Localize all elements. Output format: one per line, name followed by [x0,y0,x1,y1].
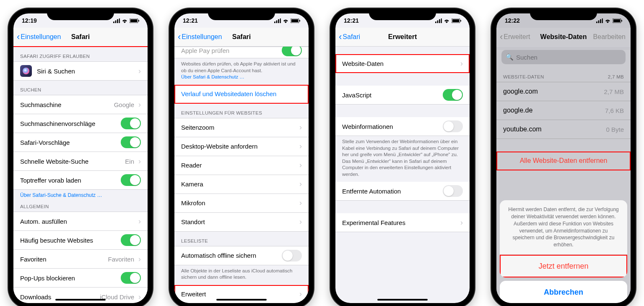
svg-rect-12 [291,19,298,22]
cancel-button[interactable]: Abbrechen [500,281,627,303]
chevron-right-icon: › [138,293,141,301]
status-time: 12:21 [344,17,365,24]
cell-favorites[interactable]: FavoritenFavoriten› [13,250,148,269]
svg-rect-26 [613,19,620,22]
cell-clear-history[interactable]: Verlauf und Websitedaten löschen [174,85,309,104]
section-header: ALLGEMEIN [13,202,148,212]
chevron-right-icon: › [299,161,302,170]
chevron-left-icon: ‹ [178,32,181,42]
nav-title: Erweitert [388,33,417,41]
remove-all-button[interactable]: Alle Website-Daten entfernen [496,152,631,170]
toggle[interactable] [282,250,302,262]
privacy-link[interactable]: Über Safari-Suche & Datenschutz … [13,190,148,202]
data-row[interactable]: google.com2,7 MB [496,82,631,101]
search-input[interactable]: 🔍Suchen [501,50,626,64]
footer-text: Websites dürfen prüfen, ob Apple Pay akt… [174,58,309,85]
back-button[interactable]: ‹Einstellungen [178,32,222,42]
status-bar: 12:21 [335,13,470,28]
phone-1: 12:19 ‹Einstellungen Safari SAFARI ZUGRI… [8,8,153,306]
cell-desktop[interactable]: Desktop-Website anfordern› [174,137,309,156]
toggle[interactable] [282,47,302,56]
chevron-left-icon: ‹ [17,32,20,42]
toggle[interactable] [443,120,463,132]
chevron-right-icon: › [460,59,463,68]
cell-zoom[interactable]: Seitenzoom› [174,118,309,137]
svg-rect-0 [113,21,114,23]
svg-rect-3 [119,18,120,23]
content: Apple Pay prüfen Websites dürfen prüfen,… [174,47,309,303]
status-indicators [110,18,139,23]
data-row[interactable]: google.de7,6 KB [496,101,631,120]
nav-bar: ‹Erweitert Website-Daten Bearbeiten [496,28,631,47]
nav-title: Website-Daten [540,33,587,41]
cell-suggestions: Suchmaschinenvorschläge [13,114,148,133]
section-header: SUCHEN [13,81,148,95]
svg-rect-5 [130,19,137,22]
svg-rect-10 [280,18,281,23]
toggle[interactable] [443,185,463,197]
cell-quick-search[interactable]: Schnelle Website-SucheEin› [13,152,148,171]
svg-rect-14 [435,21,436,23]
back-button[interactable]: ‹Erweitert [500,32,530,42]
cell-frequent: Häufig besuchte Websites [13,231,148,250]
svg-rect-17 [441,18,442,23]
cell-remote-auto: Entfernte Automation [335,182,470,201]
privacy-link[interactable]: Über Safari & Datenschutz … [181,74,244,79]
cell-downloads[interactable]: DownloadsiCloud Drive› [13,288,148,303]
phone-3: 12:21 ‹Safari Erweitert Website-Daten› J… [330,8,475,306]
toggle[interactable] [121,136,141,148]
toggle[interactable] [121,234,141,246]
toggle[interactable] [121,174,141,186]
action-sheet-message: Hiermit werden Daten entfernt, die zur V… [500,200,627,255]
cell-popup: Pop-Ups blockieren [13,269,148,288]
svg-rect-15 [437,20,439,23]
cell-camera[interactable]: Kamera› [174,175,309,194]
edit-button[interactable]: Bearbeiten [593,33,626,41]
home-indicator[interactable] [216,299,267,301]
cell-applepay: Apple Pay prüfen [174,47,309,58]
back-button[interactable]: ‹Safari [339,32,360,42]
status-indicators [593,18,622,23]
status-bar: 12:19 [13,13,148,28]
action-sheet: Hiermit werden Daten entfernt, die zur V… [500,200,627,303]
data-row[interactable]: youtube.com0 Byte [496,120,631,139]
section-header: LESELISTE [174,232,309,246]
cell-location[interactable]: Standort› [174,213,309,232]
cell-search-engine[interactable]: SuchmaschineGoogle› [13,95,148,114]
chevron-right-icon: › [299,217,302,226]
svg-rect-23 [600,19,601,23]
chevron-right-icon: › [460,218,463,227]
cell-webinfo: Webinformationen [335,117,470,136]
nav-title: Safari [71,33,90,41]
cell-mic[interactable]: Mikrofon› [174,194,309,213]
cell-autofill[interactable]: Autom. ausfüllen› [13,212,148,231]
toggle[interactable] [121,118,141,129]
cell-reader[interactable]: Reader› [174,156,309,175]
chevron-right-icon: › [138,217,141,226]
home-indicator[interactable] [55,299,106,301]
back-label: Erweitert [504,33,530,41]
siri-icon [20,65,32,77]
svg-rect-21 [596,21,597,23]
toggle[interactable] [121,272,141,284]
status-time: 12:21 [183,17,204,24]
cell-website-data[interactable]: Website-Daten› [335,54,470,73]
toggle[interactable] [443,89,463,101]
home-indicator[interactable] [377,299,428,301]
status-bar: 12:21 [174,13,309,28]
remove-now-button[interactable]: Jetzt entfernen [500,255,627,277]
nav-bar: ‹Einstellungen Safari [174,28,309,47]
status-indicators [432,18,461,23]
cell-siri[interactable]: Siri & Suchen› [13,61,148,81]
cell-offline: Automatisch offline sichern [174,246,309,265]
back-button[interactable]: ‹Einstellungen [17,32,61,42]
svg-rect-2 [117,19,118,23]
section-header: SAFARI ZUGRIFF ERLAUBEN [13,47,148,61]
svg-rect-13 [299,20,300,21]
content: 🔍Suchen WEBSITE-DATEN2,7 MB google.com2,… [496,50,631,303]
chevron-right-icon: › [299,142,302,151]
chevron-right-icon: › [138,157,141,166]
cell-experimental[interactable]: Experimental Features› [335,213,470,232]
svg-rect-22 [598,20,600,23]
status-bar: 12:22 [496,13,631,28]
